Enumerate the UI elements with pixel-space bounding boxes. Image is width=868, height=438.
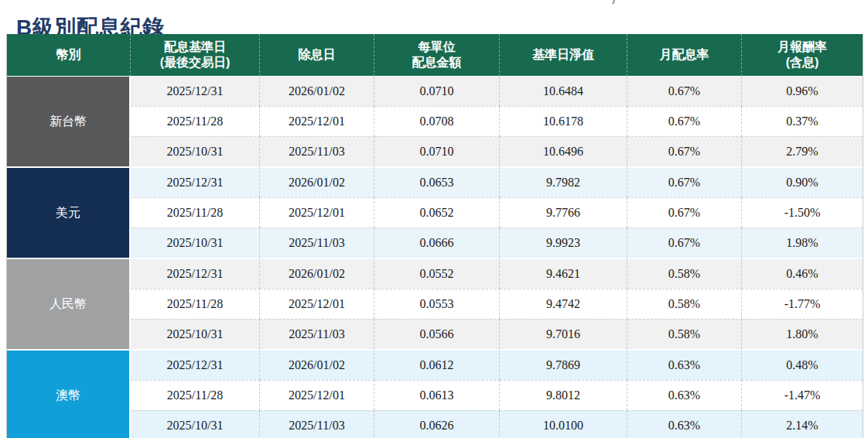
- cell-dividend: 0.0566: [374, 319, 500, 349]
- cell-ex-date: 2025/12/01: [260, 380, 374, 410]
- cell-return: -1.77%: [742, 289, 863, 319]
- cell-nav: 10.0100: [500, 410, 627, 438]
- cell-yield: 0.67%: [627, 197, 742, 228]
- cell-yield: 0.67%: [627, 106, 742, 136]
- cell-ex-date: 2025/11/03: [260, 319, 374, 349]
- column-header: 基準日淨值: [500, 34, 627, 77]
- cell-nav: 9.7766: [500, 197, 627, 228]
- clipped-glyph-fragment: /: [612, 0, 617, 6]
- cell-ex-date: 2025/11/03: [260, 136, 374, 166]
- table-row: 2025/11/282025/12/010.070810.61780.67%0.…: [7, 106, 863, 136]
- cell-base-date: 2025/10/31: [131, 410, 260, 438]
- cell-ex-date: 2026/01/02: [260, 166, 374, 197]
- cell-return: 0.46%: [742, 258, 863, 289]
- cell-return: 2.14%: [742, 410, 863, 438]
- cell-base-date: 2025/10/31: [131, 319, 260, 349]
- cell-nav: 9.4621: [500, 258, 627, 289]
- cell-nav: 10.6496: [500, 136, 627, 166]
- table-row: 2025/11/282025/12/010.06529.77660.67%-1.…: [7, 197, 863, 228]
- cell-return: -1.47%: [742, 380, 863, 410]
- cell-yield: 0.63%: [627, 410, 742, 438]
- column-header: 月配息率: [627, 34, 742, 77]
- table-row: 澳幣2025/12/312026/01/020.06129.78690.63%0…: [7, 349, 863, 380]
- cell-base-date: 2025/12/31: [131, 166, 260, 197]
- cell-return: 0.37%: [742, 106, 863, 136]
- cell-nav: 9.7869: [500, 349, 627, 380]
- cell-base-date: 2025/11/28: [131, 380, 260, 410]
- currency-cell: 人民幣: [7, 258, 131, 349]
- cell-return: -1.50%: [742, 197, 863, 228]
- cell-return: 0.48%: [742, 349, 863, 380]
- cell-return: 1.98%: [742, 228, 863, 258]
- cell-dividend: 0.0653: [374, 166, 500, 197]
- cell-ex-date: 2025/12/01: [260, 289, 374, 319]
- currency-cell: 新台幣: [7, 77, 131, 166]
- table-row: 新台幣2025/12/312026/01/020.071010.64840.67…: [7, 77, 863, 106]
- currency-cell: 美元: [7, 166, 131, 258]
- dividend-table-container: 幣別配息基準日 (最後交易日)除息日每單位 配息金額基準日淨值月配息率月報酬率 …: [6, 34, 863, 438]
- cell-ex-date: 2026/01/02: [260, 258, 374, 289]
- table-row: 2025/11/282025/12/010.06139.80120.63%-1.…: [7, 380, 863, 410]
- table-row: 2025/11/282025/12/010.05539.47420.58%-1.…: [7, 289, 863, 319]
- cell-return: 1.80%: [742, 319, 863, 349]
- currency-cell: 澳幣: [7, 349, 131, 438]
- cell-dividend: 0.0710: [374, 77, 500, 106]
- table-header-row: 幣別配息基準日 (最後交易日)除息日每單位 配息金額基準日淨值月配息率月報酬率 …: [7, 34, 863, 77]
- table-body: 新台幣2025/12/312026/01/020.071010.64840.67…: [7, 77, 863, 438]
- table-row: 2025/10/312025/11/030.062610.01000.63%2.…: [7, 410, 863, 438]
- cell-ex-date: 2025/12/01: [260, 197, 374, 228]
- cell-ex-date: 2025/11/03: [260, 410, 374, 438]
- cell-base-date: 2025/12/31: [131, 77, 260, 106]
- cell-yield: 0.67%: [627, 77, 742, 106]
- cell-nav: 9.9923: [500, 228, 627, 258]
- cell-nav: 9.4742: [500, 289, 627, 319]
- cell-dividend: 0.0612: [374, 349, 500, 380]
- table-row: 人民幣2025/12/312026/01/020.05529.46210.58%…: [7, 258, 863, 289]
- dividend-table: 幣別配息基準日 (最後交易日)除息日每單位 配息金額基準日淨值月配息率月報酬率 …: [7, 34, 863, 438]
- table-row: 2025/10/312025/11/030.05669.70160.58%1.8…: [7, 319, 863, 349]
- cell-base-date: 2025/12/31: [131, 349, 260, 380]
- cell-dividend: 0.0710: [374, 136, 500, 166]
- cell-yield: 0.63%: [627, 380, 742, 410]
- cell-nav: 10.6178: [500, 106, 627, 136]
- cell-yield: 0.67%: [627, 228, 742, 258]
- cell-base-date: 2025/10/31: [131, 136, 260, 166]
- cell-base-date: 2025/11/28: [131, 197, 260, 228]
- cell-ex-date: 2026/01/02: [260, 77, 374, 106]
- table-row: 美元2025/12/312026/01/020.06539.79820.67%0…: [7, 166, 863, 197]
- table-row: 2025/10/312025/11/030.071010.64960.67%2.…: [7, 136, 863, 166]
- cell-nav: 9.7982: [500, 166, 627, 197]
- column-header: 月報酬率 (含息): [742, 34, 863, 77]
- cell-base-date: 2025/12/31: [131, 258, 260, 289]
- cell-return: 2.79%: [742, 136, 863, 166]
- cell-yield: 0.63%: [627, 349, 742, 380]
- cell-ex-date: 2025/12/01: [260, 106, 374, 136]
- column-header: 幣別: [7, 34, 131, 77]
- cell-dividend: 0.0613: [374, 380, 500, 410]
- column-header: 配息基準日 (最後交易日): [131, 34, 260, 77]
- cell-base-date: 2025/11/28: [131, 289, 260, 319]
- column-header: 除息日: [260, 34, 374, 77]
- cell-yield: 0.67%: [627, 136, 742, 166]
- cell-dividend: 0.0552: [374, 258, 500, 289]
- cell-dividend: 0.0652: [374, 197, 500, 228]
- cell-dividend: 0.0553: [374, 289, 500, 319]
- cell-nav: 9.7016: [500, 319, 627, 349]
- cell-yield: 0.58%: [627, 319, 742, 349]
- column-header: 每單位 配息金額: [374, 34, 500, 77]
- cell-dividend: 0.0708: [374, 106, 500, 136]
- cell-yield: 0.67%: [627, 166, 742, 197]
- cell-yield: 0.58%: [627, 289, 742, 319]
- cell-dividend: 0.0666: [374, 228, 500, 258]
- cell-ex-date: 2026/01/02: [260, 349, 374, 380]
- cell-return: 0.96%: [742, 77, 863, 106]
- cell-base-date: 2025/11/28: [131, 106, 260, 136]
- cell-yield: 0.58%: [627, 258, 742, 289]
- table-row: 2025/10/312025/11/030.06669.99230.67%1.9…: [7, 228, 863, 258]
- cell-base-date: 2025/10/31: [131, 228, 260, 258]
- cell-nav: 10.6484: [500, 77, 627, 106]
- cell-return: 0.90%: [742, 166, 863, 197]
- cell-dividend: 0.0626: [374, 410, 500, 438]
- cell-nav: 9.8012: [500, 380, 627, 410]
- cell-ex-date: 2025/11/03: [260, 228, 374, 258]
